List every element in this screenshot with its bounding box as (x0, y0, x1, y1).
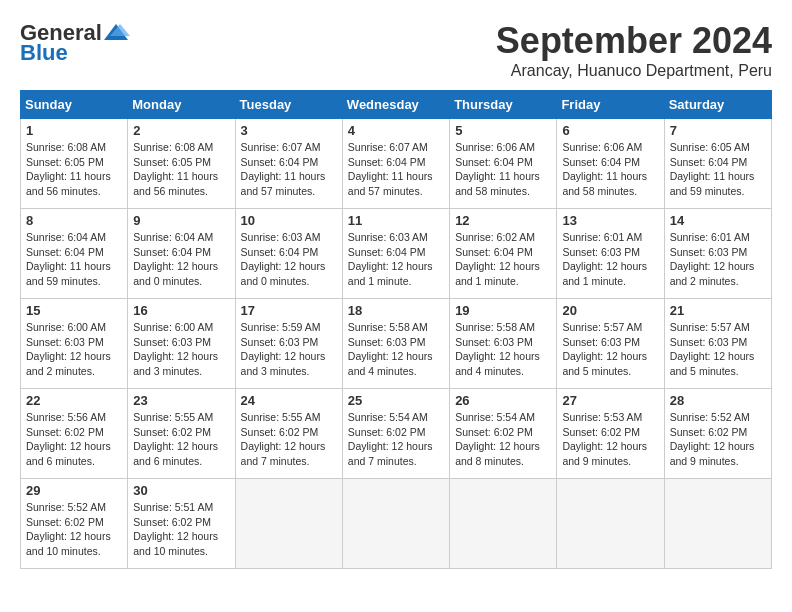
daylight-text: Daylight: 12 hours and 9 minutes. (670, 440, 755, 467)
day-number: 23 (133, 393, 229, 408)
month-title: September 2024 (496, 20, 772, 62)
sunset-text: Sunset: 6:03 PM (562, 246, 640, 258)
sunrise-text: Sunrise: 6:00 AM (26, 321, 106, 333)
day-cell-13: 13 Sunrise: 6:01 AM Sunset: 6:03 PM Dayl… (557, 209, 664, 299)
day-info: Sunrise: 5:51 AM Sunset: 6:02 PM Dayligh… (133, 500, 229, 559)
sunrise-text: Sunrise: 5:56 AM (26, 411, 106, 423)
daylight-text: Daylight: 12 hours and 6 minutes. (26, 440, 111, 467)
day-number: 16 (133, 303, 229, 318)
day-number: 3 (241, 123, 337, 138)
sunrise-text: Sunrise: 5:59 AM (241, 321, 321, 333)
week-row-1: 1 Sunrise: 6:08 AM Sunset: 6:05 PM Dayli… (21, 119, 772, 209)
day-cell-23: 23 Sunrise: 5:55 AM Sunset: 6:02 PM Dayl… (128, 389, 235, 479)
day-number: 26 (455, 393, 551, 408)
day-number: 2 (133, 123, 229, 138)
day-number: 25 (348, 393, 444, 408)
day-info: Sunrise: 6:02 AM Sunset: 6:04 PM Dayligh… (455, 230, 551, 289)
day-info: Sunrise: 6:04 AM Sunset: 6:04 PM Dayligh… (133, 230, 229, 289)
title-section: September 2024 Arancay, Huanuco Departme… (496, 20, 772, 80)
sunrise-text: Sunrise: 6:05 AM (670, 141, 750, 153)
day-info: Sunrise: 6:00 AM Sunset: 6:03 PM Dayligh… (26, 320, 122, 379)
sunrise-text: Sunrise: 6:08 AM (26, 141, 106, 153)
sunrise-text: Sunrise: 6:02 AM (455, 231, 535, 243)
day-cell-11: 11 Sunrise: 6:03 AM Sunset: 6:04 PM Dayl… (342, 209, 449, 299)
sunrise-text: Sunrise: 5:54 AM (455, 411, 535, 423)
daylight-text: Daylight: 12 hours and 8 minutes. (455, 440, 540, 467)
empty-cell (450, 479, 557, 569)
sunset-text: Sunset: 6:02 PM (562, 426, 640, 438)
sunset-text: Sunset: 6:02 PM (455, 426, 533, 438)
sunset-text: Sunset: 6:02 PM (26, 516, 104, 528)
day-info: Sunrise: 6:01 AM Sunset: 6:03 PM Dayligh… (562, 230, 658, 289)
day-info: Sunrise: 6:08 AM Sunset: 6:05 PM Dayligh… (26, 140, 122, 199)
daylight-text: Daylight: 12 hours and 3 minutes. (241, 350, 326, 377)
sunrise-text: Sunrise: 6:03 AM (241, 231, 321, 243)
day-number: 4 (348, 123, 444, 138)
day-number: 24 (241, 393, 337, 408)
sunset-text: Sunset: 6:04 PM (670, 156, 748, 168)
daylight-text: Daylight: 12 hours and 5 minutes. (562, 350, 647, 377)
empty-cell (235, 479, 342, 569)
day-info: Sunrise: 5:55 AM Sunset: 6:02 PM Dayligh… (133, 410, 229, 469)
day-info: Sunrise: 5:54 AM Sunset: 6:02 PM Dayligh… (348, 410, 444, 469)
sunrise-text: Sunrise: 5:52 AM (670, 411, 750, 423)
day-number: 13 (562, 213, 658, 228)
day-cell-27: 27 Sunrise: 5:53 AM Sunset: 6:02 PM Dayl… (557, 389, 664, 479)
day-cell-21: 21 Sunrise: 5:57 AM Sunset: 6:03 PM Dayl… (664, 299, 771, 389)
daylight-text: Daylight: 12 hours and 3 minutes. (133, 350, 218, 377)
day-number: 19 (455, 303, 551, 318)
day-cell-16: 16 Sunrise: 6:00 AM Sunset: 6:03 PM Dayl… (128, 299, 235, 389)
sunrise-text: Sunrise: 6:04 AM (133, 231, 213, 243)
daylight-text: Daylight: 12 hours and 7 minutes. (348, 440, 433, 467)
empty-cell (342, 479, 449, 569)
sunset-text: Sunset: 6:02 PM (241, 426, 319, 438)
day-number: 14 (670, 213, 766, 228)
sunset-text: Sunset: 6:04 PM (241, 156, 319, 168)
day-info: Sunrise: 5:52 AM Sunset: 6:02 PM Dayligh… (670, 410, 766, 469)
location-title: Arancay, Huanuco Department, Peru (496, 62, 772, 80)
day-info: Sunrise: 6:05 AM Sunset: 6:04 PM Dayligh… (670, 140, 766, 199)
day-number: 5 (455, 123, 551, 138)
sunrise-text: Sunrise: 6:01 AM (562, 231, 642, 243)
calendar-header-row: Sunday Monday Tuesday Wednesday Thursday… (21, 91, 772, 119)
day-cell-28: 28 Sunrise: 5:52 AM Sunset: 6:02 PM Dayl… (664, 389, 771, 479)
daylight-text: Daylight: 12 hours and 4 minutes. (455, 350, 540, 377)
sunrise-text: Sunrise: 6:08 AM (133, 141, 213, 153)
daylight-text: Daylight: 11 hours and 58 minutes. (562, 170, 647, 197)
day-number: 27 (562, 393, 658, 408)
day-cell-1: 1 Sunrise: 6:08 AM Sunset: 6:05 PM Dayli… (21, 119, 128, 209)
day-info: Sunrise: 5:54 AM Sunset: 6:02 PM Dayligh… (455, 410, 551, 469)
daylight-text: Daylight: 12 hours and 6 minutes. (133, 440, 218, 467)
sunset-text: Sunset: 6:04 PM (562, 156, 640, 168)
day-cell-7: 7 Sunrise: 6:05 AM Sunset: 6:04 PM Dayli… (664, 119, 771, 209)
day-cell-8: 8 Sunrise: 6:04 AM Sunset: 6:04 PM Dayli… (21, 209, 128, 299)
sunrise-text: Sunrise: 5:55 AM (241, 411, 321, 423)
sunrise-text: Sunrise: 5:57 AM (562, 321, 642, 333)
day-cell-2: 2 Sunrise: 6:08 AM Sunset: 6:05 PM Dayli… (128, 119, 235, 209)
day-number: 1 (26, 123, 122, 138)
logo: General Blue (20, 20, 130, 66)
calendar-table: Sunday Monday Tuesday Wednesday Thursday… (20, 90, 772, 569)
sunrise-text: Sunrise: 5:52 AM (26, 501, 106, 513)
day-cell-12: 12 Sunrise: 6:02 AM Sunset: 6:04 PM Dayl… (450, 209, 557, 299)
daylight-text: Daylight: 11 hours and 57 minutes. (348, 170, 433, 197)
day-cell-24: 24 Sunrise: 5:55 AM Sunset: 6:02 PM Dayl… (235, 389, 342, 479)
day-number: 20 (562, 303, 658, 318)
sunrise-text: Sunrise: 5:58 AM (455, 321, 535, 333)
sunrise-text: Sunrise: 5:54 AM (348, 411, 428, 423)
day-info: Sunrise: 6:06 AM Sunset: 6:04 PM Dayligh… (562, 140, 658, 199)
day-cell-30: 30 Sunrise: 5:51 AM Sunset: 6:02 PM Dayl… (128, 479, 235, 569)
week-row-5: 29 Sunrise: 5:52 AM Sunset: 6:02 PM Dayl… (21, 479, 772, 569)
day-info: Sunrise: 5:53 AM Sunset: 6:02 PM Dayligh… (562, 410, 658, 469)
col-saturday: Saturday (664, 91, 771, 119)
col-tuesday: Tuesday (235, 91, 342, 119)
sunset-text: Sunset: 6:03 PM (348, 336, 426, 348)
day-cell-18: 18 Sunrise: 5:58 AM Sunset: 6:03 PM Dayl… (342, 299, 449, 389)
daylight-text: Daylight: 12 hours and 1 minute. (455, 260, 540, 287)
sunset-text: Sunset: 6:05 PM (133, 156, 211, 168)
day-info: Sunrise: 6:04 AM Sunset: 6:04 PM Dayligh… (26, 230, 122, 289)
logo-blue: Blue (20, 40, 68, 66)
sunrise-text: Sunrise: 5:51 AM (133, 501, 213, 513)
daylight-text: Daylight: 11 hours and 58 minutes. (455, 170, 540, 197)
day-number: 11 (348, 213, 444, 228)
